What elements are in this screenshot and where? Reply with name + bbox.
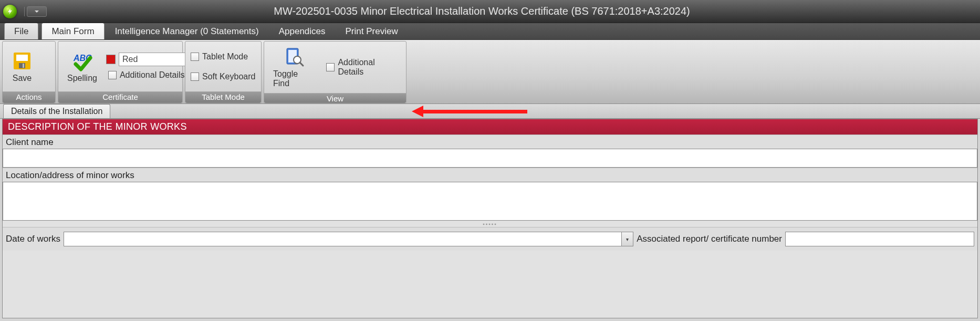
toggle-find-button[interactable]: Toggle Find [267, 44, 321, 91]
soft-keyboard-checkbox[interactable]: Soft Keyboard [189, 71, 257, 82]
location-label: Location/address of minor works [3, 168, 977, 182]
ribbon-group-actions: Save Actions [2, 41, 56, 103]
save-button[interactable]: Save [6, 48, 38, 86]
svg-rect-3 [23, 64, 24, 68]
location-input[interactable] [3, 182, 977, 221]
soft-keyboard-label: Soft Keyboard [202, 72, 255, 81]
ribbon-group-tablet-mode: Tablet Mode Soft Keyboard Tablet Mode [185, 41, 262, 103]
tab-appendices[interactable]: Appendices [269, 23, 335, 39]
date-of-works-label: Date of works [6, 234, 60, 244]
tab-file[interactable]: File [4, 23, 38, 39]
save-icon [12, 50, 33, 71]
spelling-button[interactable]: ABC Spelling [61, 48, 103, 86]
view-additional-details-checkbox[interactable]: Additional Details [324, 57, 403, 78]
tab-print-preview[interactable]: Print Preview [336, 23, 408, 39]
checkbox-icon [191, 73, 199, 81]
spellcheck-icon: ABC [71, 50, 92, 71]
cert-additional-details-checkbox[interactable]: Additional Details [106, 69, 192, 81]
toggle-find-label: Toggle Find [273, 69, 315, 88]
svg-rect-1 [16, 55, 28, 61]
subtab-details-of-installation[interactable]: Details of the Installation [3, 104, 110, 118]
tablet-mode-checkbox[interactable]: Tablet Mode [189, 51, 257, 63]
color-swatch [106, 55, 116, 64]
group-title-view: View [264, 93, 406, 103]
checkbox-icon [108, 71, 117, 79]
cert-additional-details-label: Additional Details [120, 70, 185, 80]
color-name: Red [122, 55, 138, 64]
checkbox-icon [326, 63, 335, 71]
form-area: DESCRIPTION OF THE MINOR WORKS Client na… [2, 119, 978, 318]
spelling-label: Spelling [67, 74, 97, 83]
find-icon [284, 46, 305, 67]
assoc-cert-label: Associated report/ certificate number [637, 234, 782, 244]
color-dropdown[interactable]: Red ▾ [119, 53, 192, 66]
sub-tab-strip: Details of the Installation [0, 104, 980, 119]
chevron-down-icon: ▾ [626, 236, 629, 242]
tab-intelligence-manager[interactable]: Intelligence Manager (0 Statements) [106, 23, 268, 39]
ribbon-group-certificate: ABC Spelling Red ▾ Additional Details [58, 41, 183, 103]
chevron-down-icon [34, 9, 39, 14]
tab-main-form[interactable]: Main Form [41, 23, 104, 39]
view-additional-details-label: Additional Details [338, 58, 401, 77]
date-of-works-input[interactable] [64, 232, 622, 246]
save-label: Save [13, 74, 32, 83]
ribbon-group-view: Toggle Find Additional Details View [264, 41, 406, 103]
qat-separator [24, 7, 25, 16]
window-title: MW-202501-0035 Minor Electrical Installa… [47, 5, 980, 17]
resize-grip[interactable]: ▪▪▪▪▪ [3, 221, 977, 227]
ribbon: Save Actions ABC Spelling Red ▾ [0, 40, 980, 104]
field-client-name: Client name [3, 134, 977, 168]
ribbon-tab-strip: File Main Form Intelligence Manager (0 S… [0, 23, 980, 40]
qat-customize-button[interactable] [27, 6, 47, 17]
app-orb-button[interactable] [3, 5, 17, 18]
client-name-input[interactable] [3, 149, 977, 168]
svg-rect-2 [19, 63, 25, 68]
field-location: Location/address of minor works ▪▪▪▪▪ [3, 168, 977, 227]
section-header: DESCRIPTION OF THE MINOR WORKS [3, 119, 977, 134]
lightning-icon [6, 8, 14, 15]
assoc-cert-input[interactable] [785, 232, 974, 246]
group-title-tablet-mode: Tablet Mode [185, 91, 261, 103]
row-date-assoc: Date of works ▾ Associated report/ certi… [3, 227, 977, 251]
checkbox-icon [191, 53, 199, 61]
group-title-certificate: Certificate [58, 91, 182, 103]
tablet-mode-label: Tablet Mode [202, 52, 248, 61]
title-bar: MW-202501-0035 Minor Electrical Installa… [0, 0, 980, 23]
group-title-actions: Actions [3, 91, 55, 103]
date-dropdown-button[interactable]: ▾ [622, 232, 633, 246]
quick-access-toolbar [22, 6, 47, 17]
client-name-label: Client name [3, 135, 977, 149]
svg-line-8 [300, 63, 303, 66]
